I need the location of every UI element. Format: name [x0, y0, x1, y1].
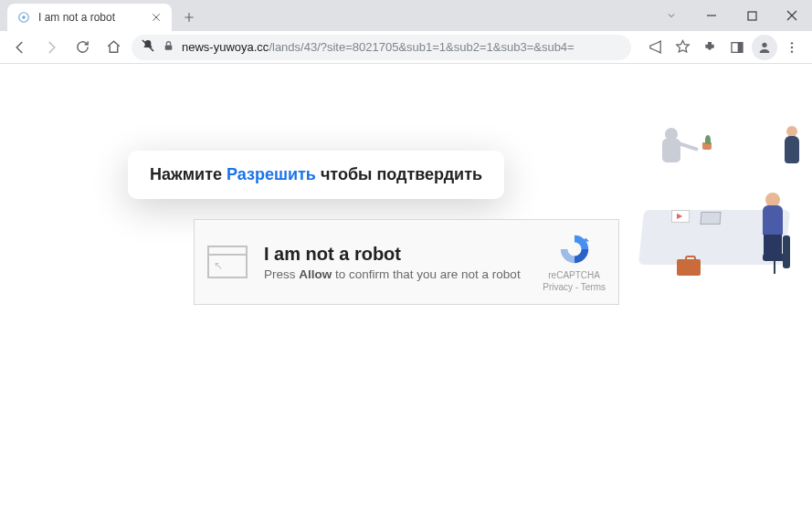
- bubble-text-suffix: чтобы подтвердить: [316, 165, 482, 183]
- notification-prompt-bubble: Нажмите Разрешить чтобы подтвердить: [128, 151, 504, 199]
- cursor-arrow-icon: ↖: [214, 259, 223, 272]
- svg-point-7: [791, 42, 793, 44]
- svg-point-9: [791, 50, 793, 52]
- lock-icon[interactable]: [163, 40, 174, 55]
- extensions-icon[interactable]: [697, 35, 722, 60]
- bookmark-star-icon[interactable]: [670, 35, 695, 60]
- browser-tab[interactable]: I am not a robot: [7, 4, 172, 31]
- nav-back-button[interactable]: [7, 35, 33, 60]
- kebab-menu-icon[interactable]: [779, 35, 805, 60]
- fake-recaptcha-box[interactable]: ↖ I am not a robot Press Allow to confir…: [194, 219, 619, 305]
- office-illustration: [637, 110, 801, 292]
- laptop-icon: [701, 212, 726, 228]
- rc-sub-suffix: to confirm that you are not a robot: [332, 267, 520, 281]
- tab-close-icon[interactable]: [150, 11, 163, 24]
- recaptcha-terms-link[interactable]: Terms: [581, 282, 606, 292]
- url-text: news-yuwoya.cc/lands/43/?site=8021705&su…: [182, 40, 622, 54]
- svg-rect-5: [738, 42, 743, 52]
- bubble-text-prefix: Нажмите: [150, 165, 227, 183]
- notification-blocked-icon[interactable]: [141, 38, 155, 56]
- window-maximize-button[interactable]: [732, 3, 772, 28]
- rc-sub-allow: Allow: [299, 267, 332, 281]
- tab-search-chevron-icon[interactable]: [651, 3, 691, 28]
- briefcase-icon: [677, 259, 701, 276]
- side-panel-icon[interactable]: [724, 35, 750, 60]
- address-bar[interactable]: news-yuwoya.cc/lands/43/?site=8021705&su…: [132, 35, 631, 60]
- tab-favicon: [16, 10, 31, 25]
- page-content: Нажмите Разрешить чтобы подтвердить ↖ I …: [0, 64, 812, 523]
- svg-rect-2: [748, 12, 756, 20]
- window-close-button[interactable]: [772, 3, 812, 28]
- robot-figure: [662, 128, 680, 162]
- plant-icon: [702, 135, 713, 150]
- url-path: /lands/43/?site=8021705&sub1=1&sub2=1&su…: [269, 40, 574, 54]
- profile-avatar-button[interactable]: [752, 35, 777, 60]
- window-controls: [651, 0, 812, 31]
- browser-toolbar: news-yuwoya.cc/lands/43/?site=8021705&su…: [0, 31, 812, 64]
- recaptcha-label: reCAPTCHA: [543, 269, 606, 281]
- svg-point-6: [762, 42, 766, 47]
- svg-rect-3: [165, 45, 173, 49]
- nav-reload-button[interactable]: [69, 35, 95, 60]
- tab-title: I am not a robot: [38, 11, 142, 24]
- nav-forward-button[interactable]: [38, 35, 64, 60]
- recaptcha-logo-icon: [557, 232, 592, 267]
- nav-home-button[interactable]: [100, 35, 126, 60]
- bubble-allow-word: Разрешить: [227, 165, 316, 183]
- recaptcha-badge: reCAPTCHA Privacy - Terms: [543, 232, 606, 293]
- window-titlebar: I am not a robot: [0, 0, 812, 31]
- recaptcha-privacy-link[interactable]: Privacy: [543, 282, 573, 292]
- svg-point-8: [791, 46, 793, 47]
- recaptcha-title: I am not a robot: [264, 244, 543, 265]
- monitor-icon: [671, 210, 690, 223]
- share-icon[interactable]: [642, 35, 668, 60]
- url-host: news-yuwoya.cc: [182, 40, 269, 54]
- recaptcha-links: Privacy - Terms: [543, 281, 606, 293]
- new-tab-button[interactable]: [177, 5, 201, 29]
- seated-person-figure: [765, 193, 783, 260]
- recaptcha-text-group: I am not a robot Press Allow to confirm …: [264, 244, 543, 281]
- rc-dash: -: [573, 282, 581, 292]
- standing-person-figure: [785, 126, 799, 163]
- recaptcha-subtitle: Press Allow to confirm that you are not …: [264, 267, 543, 281]
- svg-point-1: [22, 16, 26, 19]
- window-minimize-button[interactable]: [691, 3, 732, 28]
- rc-sub-prefix: Press: [264, 267, 299, 281]
- window-outline-icon: ↖: [207, 246, 248, 278]
